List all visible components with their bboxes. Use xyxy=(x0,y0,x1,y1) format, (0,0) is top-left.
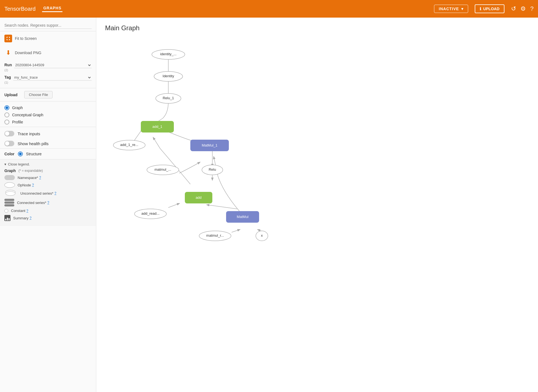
color-section: Color Structure xyxy=(0,149,96,159)
radio-graph-label: Graph xyxy=(12,106,23,110)
svg-rect-3 xyxy=(9,37,10,38)
status-dropdown[interactable]: INACTIVE ▾ xyxy=(434,5,468,13)
show-health-pills-toggle[interactable] xyxy=(4,141,14,146)
tag-label: Tag xyxy=(4,75,11,79)
graph-area: Main Graph xyxy=(96,18,538,392)
run-label: Run xyxy=(4,63,12,67)
legend-expandable: (* = expandable) xyxy=(18,169,43,173)
upload-label: Upload xyxy=(4,93,21,97)
node-relu-1-label: Relu_1 xyxy=(163,96,174,100)
color-label: Color xyxy=(4,152,15,156)
constant-help[interactable]: ? xyxy=(26,209,28,213)
graphs-tab[interactable]: GRAPHS xyxy=(42,6,62,12)
run-row: Run (2) 20200804-144509 xyxy=(4,62,92,72)
namespace-icon xyxy=(4,175,15,180)
constant-icon xyxy=(4,209,8,213)
radio-profile-circle xyxy=(4,120,9,125)
radio-conceptual-graph-label: Conceptual Graph xyxy=(12,113,43,117)
namespace-label: Namespace* ? xyxy=(18,176,41,180)
radio-profile-label: Profile xyxy=(12,120,23,124)
summary-label: Summary ? xyxy=(13,216,31,220)
download-icon: ⬇ xyxy=(4,49,12,57)
main-layout: Fit to Screen ⬇ Download PNG Run (2) 202… xyxy=(0,18,538,392)
sidebar: Fit to Screen ⬇ Download PNG Run (2) 202… xyxy=(0,18,96,392)
legend-section: ▾ Close legend. Graph (* = expandable) N… xyxy=(0,159,96,226)
run-select[interactable]: 20200804-144509 xyxy=(14,62,92,68)
svg-rect-1 xyxy=(7,37,7,38)
radio-graph-circle xyxy=(4,105,9,110)
opnode-label: OpNode ? xyxy=(18,183,34,187)
radio-section: Graph Conceptual Graph Profile xyxy=(0,101,96,127)
topnav: TensorBoard GRAPHS INACTIVE ▾ ℹ UPLOAD ↺… xyxy=(0,0,538,18)
radio-conceptual-graph-circle xyxy=(4,112,9,117)
summary-help[interactable]: ? xyxy=(30,216,32,220)
toggle-section: Trace inputs Show health pills xyxy=(0,127,96,149)
structure-label: Structure xyxy=(26,152,42,156)
summary-icon xyxy=(4,215,10,221)
fit-to-screen-label: Fit to Screen xyxy=(15,36,37,41)
unconnected-help[interactable]: ? xyxy=(54,191,56,195)
svg-rect-5 xyxy=(7,39,7,40)
trace-inputs-toggle[interactable] xyxy=(4,131,14,136)
upload-button[interactable]: ℹ UPLOAD xyxy=(475,4,504,13)
download-png-button[interactable]: ⬇ Download PNG xyxy=(0,46,96,60)
connected-icon xyxy=(4,199,14,206)
graph-canvas[interactable]: identity_... Identity Relu_1 add_1 MatMu… xyxy=(105,38,529,286)
radio-graph[interactable]: Graph xyxy=(4,104,92,111)
topnav-icons: ↺ ⚙ ? xyxy=(511,5,534,12)
choose-file-button[interactable]: Choose File xyxy=(24,91,53,98)
unconnected-label: Unconnected series* ? xyxy=(20,191,56,195)
legend-toggle[interactable]: ▾ Close legend. xyxy=(4,162,92,166)
node-matmul-dots-label: matmul_... xyxy=(155,167,171,172)
search-area xyxy=(0,18,96,31)
legend-connected: Connected series* ? xyxy=(4,199,92,206)
node-x-label: x xyxy=(261,233,263,238)
help-icon[interactable]: ? xyxy=(530,5,534,12)
node-matmul-r-label: matmul_r... xyxy=(206,233,224,238)
download-png-label: Download PNG xyxy=(15,51,42,55)
show-health-pills-label: Show health pills xyxy=(18,141,49,146)
connected-help[interactable]: ? xyxy=(47,201,49,205)
run-tag-section: Run (2) 20200804-144509 Tag (1) my_func_… xyxy=(0,60,96,88)
color-radio-structure[interactable] xyxy=(18,151,23,156)
node-identity-dots-label: identity_... xyxy=(160,52,176,56)
tag-select[interactable]: my_func_trace xyxy=(13,74,92,81)
legend-opnode: OpNode ? xyxy=(4,182,92,188)
run-count: (2) xyxy=(4,68,8,72)
trace-inputs-row: Trace inputs xyxy=(4,130,92,137)
status-label: INACTIVE xyxy=(439,7,459,11)
legend-toggle-label: Close legend. xyxy=(8,162,30,166)
svg-rect-7 xyxy=(9,39,10,40)
fit-to-screen-icon xyxy=(4,35,12,42)
unconnected-icon xyxy=(4,190,18,197)
opnode-help[interactable]: ? xyxy=(32,183,34,187)
legend-constant: Constant ? xyxy=(4,209,92,213)
legend-graph-header: Graph (* = expandable) xyxy=(4,169,92,173)
fit-to-screen-button[interactable]: Fit to Screen xyxy=(0,31,96,46)
node-relu-label: Relu xyxy=(209,167,216,172)
chevron-down-icon: ▾ xyxy=(461,7,463,11)
upload-label: UPLOAD xyxy=(483,7,499,11)
search-input[interactable] xyxy=(4,22,92,29)
constant-label: Constant ? xyxy=(11,209,28,213)
node-matmul-label: MatMul xyxy=(237,215,249,219)
node-identity-label: Identity xyxy=(163,74,174,78)
trace-inputs-label: Trace inputs xyxy=(18,131,40,136)
info-icon: ℹ xyxy=(480,7,481,11)
legend-graph-title: Graph xyxy=(4,169,16,173)
upload-row: Upload Choose File xyxy=(0,88,96,101)
tag-count: (1) xyxy=(4,81,8,84)
node-matmul-1-label: MatMul_1 xyxy=(202,143,217,147)
refresh-icon[interactable]: ↺ xyxy=(511,5,516,12)
connected-label: Connected series* ? xyxy=(17,201,49,205)
settings-icon[interactable]: ⚙ xyxy=(520,5,526,12)
app-brand: TensorBoard xyxy=(4,6,35,12)
tag-row: Tag (1) my_func_trace xyxy=(4,74,92,85)
graph-svg: identity_... Identity Relu_1 add_1 MatMu… xyxy=(105,38,353,280)
graph-title: Main Graph xyxy=(105,24,529,32)
radio-conceptual-graph[interactable]: Conceptual Graph xyxy=(4,111,92,118)
node-add-1-label: add_1 xyxy=(152,125,162,129)
node-add-label: add xyxy=(196,195,202,200)
namespace-help[interactable]: ? xyxy=(39,176,41,180)
radio-profile[interactable]: Profile xyxy=(4,118,92,126)
